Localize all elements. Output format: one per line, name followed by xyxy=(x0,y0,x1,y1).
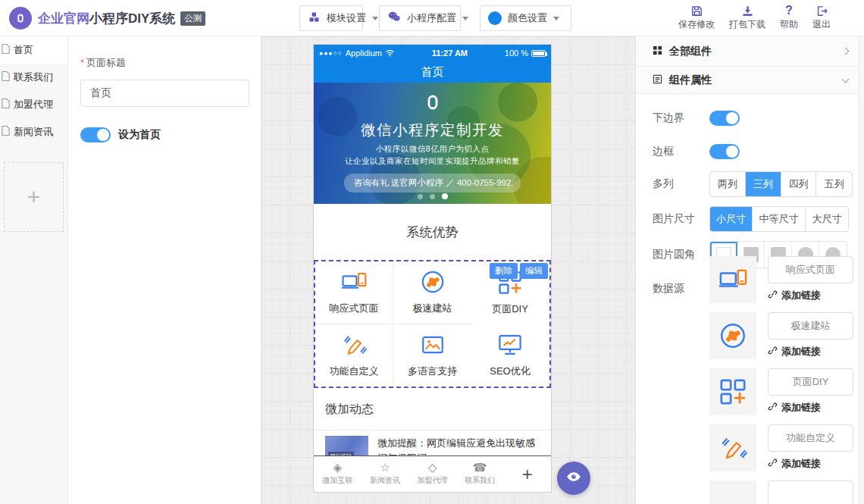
add-page-button[interactable]: + xyxy=(4,162,64,232)
add-link-button[interactable]: 添加链接 xyxy=(768,401,853,415)
data-source-name-input[interactable] xyxy=(768,481,853,504)
bottom-border-toggle[interactable] xyxy=(709,111,740,126)
clock-label: 11:27 AM xyxy=(395,49,505,58)
pencil-icon xyxy=(341,332,367,360)
puzzle-circle-icon xyxy=(709,312,756,359)
edit-button[interactable]: 编辑 xyxy=(520,263,548,279)
feature-grid-component[interactable]: 删除 编辑 响应式页面 极速建站 页面DIY 功能自定义 xyxy=(314,260,551,388)
miniprogram-config-menu[interactable]: 小程序配置 xyxy=(379,5,461,31)
page-item-news[interactable]: 新闻资讯 xyxy=(0,118,67,146)
hero-banner[interactable]: 微信小程序定制开发 小程序以微信8亿用户为切入点 让企业以及商家在短时间里实现提… xyxy=(314,83,551,204)
image-size-large[interactable]: 大尺寸 xyxy=(806,207,848,231)
carousel-dot-active[interactable] xyxy=(442,193,448,199)
image-size-small-selected[interactable]: 小尺寸 xyxy=(710,207,753,231)
page-list-sidebar: 首页 联系我们 加盟代理 新闻资讯 + xyxy=(0,36,68,504)
feature-cell-multilang[interactable]: 多语言支持 xyxy=(393,324,471,387)
image-size-segmented-control: 小尺寸 中等尺寸 大尺寸 xyxy=(709,206,849,232)
columns-option-3-selected[interactable]: 三列 xyxy=(746,172,781,196)
page-item-label: 联系我们 xyxy=(14,70,53,84)
carousel-dot[interactable] xyxy=(430,194,435,199)
page-title-label: *页面标题 xyxy=(80,56,261,70)
data-source-row: 添加链接 xyxy=(709,368,853,415)
responsive-devices-icon xyxy=(341,269,367,297)
feature-cell-responsive[interactable]: 响应式页面 xyxy=(315,261,393,324)
data-source-name-input[interactable] xyxy=(768,256,853,283)
tab-contact[interactable]: ☎ 联系我们 xyxy=(456,456,504,492)
prop-bottom-border: 下边界 xyxy=(636,111,859,126)
save-label: 保存修改 xyxy=(678,18,715,31)
news-section-title: 微加动态 xyxy=(314,388,551,430)
add-link-button[interactable]: 添加链接 xyxy=(768,457,853,471)
tab-news[interactable]: ☆ 新闻资讯 xyxy=(362,456,409,492)
module-settings-label: 模块设置 xyxy=(327,11,366,25)
chain-link-icon xyxy=(768,290,778,302)
add-link-label: 添加链接 xyxy=(781,457,821,471)
feature-cell-custom[interactable]: 功能自定义 xyxy=(315,324,393,387)
vertical-scrollbar[interactable] xyxy=(859,36,864,504)
hero-cta-button[interactable]: 咨询有礼 送官网小程序 ／ 400-0755-992 xyxy=(344,174,521,193)
tab-agency[interactable]: ◇ 加盟代理 xyxy=(409,456,456,492)
exit-icon xyxy=(815,4,828,17)
color-settings-menu[interactable]: 颜色设置 xyxy=(480,5,571,31)
columns-option-2[interactable]: 两列 xyxy=(710,172,746,196)
data-source-name-input[interactable] xyxy=(768,368,853,396)
save-button[interactable]: 保存修改 xyxy=(678,4,715,31)
component-props-label: 组件属性 xyxy=(669,74,712,87)
image-size-label: 图片尺寸 xyxy=(653,212,709,226)
data-source-name-input[interactable] xyxy=(768,424,853,452)
image-radius-label: 图片圆角 xyxy=(653,248,709,261)
all-components-header[interactable]: 全部组件 xyxy=(636,36,859,67)
exit-button[interactable]: 退出 xyxy=(812,4,831,31)
app-title: 企业官网小程序DIY系统公测 xyxy=(38,10,205,27)
page-item-label: 新闻资讯 xyxy=(14,125,53,139)
component-props-header[interactable]: 组件属性 xyxy=(636,67,859,94)
carousel-dot[interactable] xyxy=(418,194,423,199)
hero-subtitle-2: 让企业以及商家在短时间里实现提升品牌和销量 xyxy=(314,156,551,167)
beta-badge: 公测 xyxy=(180,11,205,26)
page-item-home[interactable]: 首页 xyxy=(0,36,67,64)
module-settings-menu[interactable]: 模块设置 xyxy=(299,5,363,31)
feature-cell-fast-build[interactable]: 极速建站 xyxy=(393,261,471,324)
tag-diamond-icon: ◇ xyxy=(428,461,437,474)
page-title-input[interactable] xyxy=(80,80,249,107)
all-components-label: 全部组件 xyxy=(669,45,712,58)
page-item-agency[interactable]: 加盟代理 xyxy=(0,91,67,118)
pencil-icon xyxy=(709,424,756,471)
data-source-name-input[interactable] xyxy=(768,312,853,340)
tab-label: 联系我们 xyxy=(465,475,495,486)
feature-label: 多语言支持 xyxy=(408,365,457,378)
tab-add-button[interactable]: + xyxy=(503,456,551,492)
delete-button[interactable]: 删除 xyxy=(490,263,518,279)
data-source-icon-placeholder xyxy=(709,481,756,504)
add-link-button[interactable]: 添加链接 xyxy=(768,345,853,358)
caret-down-icon xyxy=(372,17,378,23)
miniprogram-logo-icon xyxy=(314,90,551,117)
plus-icon: + xyxy=(27,184,41,210)
set-home-toggle[interactable] xyxy=(80,127,111,142)
header-actions: 保存修改 打包下载 ? 帮助 退出 xyxy=(678,4,831,31)
columns-option-4[interactable]: 四列 xyxy=(781,172,817,196)
feature-cell-seo[interactable]: SEO优化 xyxy=(471,324,549,387)
color-circle-icon xyxy=(488,11,502,25)
chain-link-icon xyxy=(768,458,778,470)
preview-button[interactable] xyxy=(557,462,590,495)
add-link-button[interactable]: 添加链接 xyxy=(768,289,853,302)
phone-status-bar: ●●●○○ Applidium 11:27 AM 100 % xyxy=(314,45,551,61)
caret-down-icon xyxy=(553,17,559,23)
selection-actions: 删除 编辑 xyxy=(490,263,548,279)
tab-brand[interactable]: ◈ 微加互联 xyxy=(314,456,362,492)
page-item-contact[interactable]: 联系我们 xyxy=(0,64,67,91)
border-toggle[interactable] xyxy=(709,144,740,159)
help-icon: ? xyxy=(785,4,793,17)
phone-tab-bar: ◈ 微加互联 ☆ 新闻资讯 ◇ 加盟代理 ☎ 联系我们 + xyxy=(314,455,551,492)
app: 企业官网小程序DIY系统公测 模块设置 小程序配置 颜色设置 保存修改 打包下载 xyxy=(0,0,864,504)
chevron-right-icon xyxy=(842,48,850,55)
download-button[interactable]: 打包下载 xyxy=(729,4,765,31)
data-source-row: 添加链接 xyxy=(709,312,853,359)
editor-canvas: ●●●○○ Applidium 11:27 AM 100 % 首页 微信小程序定… xyxy=(261,36,635,504)
help-button[interactable]: ? 帮助 xyxy=(780,4,798,31)
image-size-medium[interactable]: 中等尺寸 xyxy=(753,207,806,231)
data-source-row-partial xyxy=(709,481,853,504)
page-icon xyxy=(1,125,11,139)
columns-option-5[interactable]: 五列 xyxy=(816,172,852,196)
